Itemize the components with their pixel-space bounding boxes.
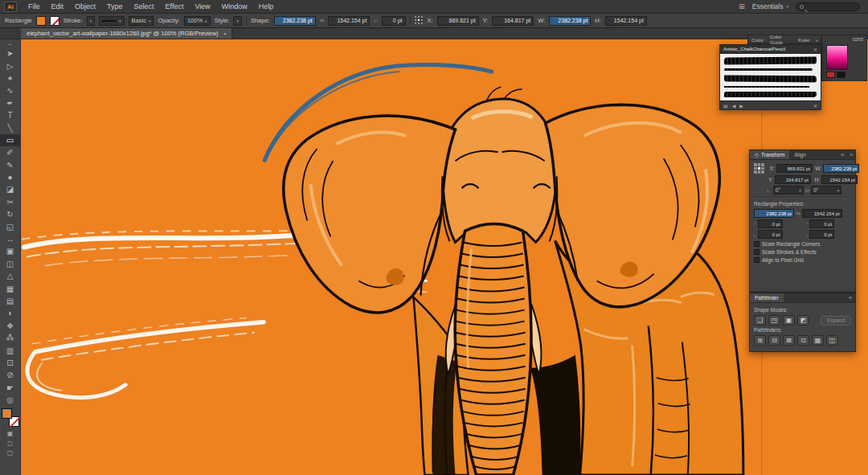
tab-pathfinder[interactable]: Pathfinder	[750, 293, 784, 302]
fill-stroke-widget[interactable]	[2, 408, 19, 427]
opacity-dropdown[interactable]: 100%▸	[184, 16, 211, 26]
shape-width-field[interactable]: 2382.238 pt	[274, 16, 316, 26]
transform-x-field[interactable]: 869.821 pt	[776, 164, 813, 173]
transform-h-field[interactable]: 1542.154 pt	[821, 175, 858, 184]
shape-builder-tool[interactable]: ◫	[0, 258, 21, 270]
menu-effect[interactable]: Effect	[160, 0, 190, 13]
transform-y-field[interactable]: 164.817 pt	[775, 175, 811, 184]
draw-mode-icon[interactable]: ◻	[7, 440, 13, 447]
shape-height-field[interactable]: 1542.154 pt	[328, 16, 370, 26]
exclude-icon[interactable]: ◩	[797, 315, 809, 326]
gradient-tool[interactable]: ▤	[0, 295, 21, 307]
magenta-gradient-swatch[interactable]	[826, 45, 848, 70]
panel-menu-icon[interactable]: ≡	[845, 295, 855, 301]
menu-type[interactable]: Type	[101, 0, 129, 13]
rect-width-field[interactable]: 2382.238 pt	[754, 209, 794, 218]
opacity-label[interactable]: Opacity:	[158, 17, 180, 24]
scale-tool[interactable]: ◱	[0, 220, 21, 232]
corner-radius-field[interactable]: 0 pt	[809, 219, 834, 228]
brush-preview[interactable]	[724, 86, 809, 88]
toolbar-grip[interactable]: ▪▪	[9, 42, 12, 47]
reference-point-locator[interactable]	[754, 163, 764, 174]
collapse-icon[interactable]: »	[847, 152, 855, 158]
minus-front-icon[interactable]: ◳	[768, 315, 780, 326]
menu-view[interactable]: View	[189, 0, 215, 13]
tab-transform[interactable]: ◇ Transform	[750, 150, 789, 159]
collapse-panels-icon[interactable]: »	[813, 37, 821, 43]
brush-preview[interactable]	[724, 92, 817, 97]
eyedropper-tool[interactable]: ◗	[0, 307, 21, 319]
width-tool[interactable]: ↔	[0, 233, 21, 245]
workspace-switcher[interactable]: Essentials ▾	[752, 2, 788, 10]
checkbox[interactable]	[754, 257, 760, 263]
blob-brush-tool[interactable]: ●	[0, 171, 21, 183]
tab-align[interactable]: Align	[789, 150, 810, 159]
paintbrush-tool[interactable]: ✐	[0, 146, 21, 158]
brush-preview[interactable]	[724, 68, 813, 71]
prev-brush-icon[interactable]: ◀	[732, 103, 736, 109]
color-mode-icon[interactable]: ▣	[7, 430, 14, 437]
merge-icon[interactable]: ⊠	[783, 335, 795, 346]
next-brush-icon[interactable]: ▶	[739, 103, 743, 109]
red-swatch[interactable]	[826, 72, 835, 78]
search-input[interactable]	[796, 2, 860, 11]
eraser-tool[interactable]: ◪	[0, 183, 21, 195]
trim-icon[interactable]: ⊟	[768, 335, 780, 346]
menu-edit[interactable]: Edit	[46, 0, 70, 13]
pen-tool[interactable]: ✒	[0, 97, 21, 109]
panel-menu-icon[interactable]: ≡	[838, 152, 848, 158]
crop-icon[interactable]: ⊡	[797, 335, 809, 346]
tab-menu-icon[interactable]: ▾	[224, 31, 227, 36]
menu-window[interactable]: Window	[216, 0, 253, 13]
document-tab[interactable]: elephant_vector_art-wallpaper-1680x1260.…	[21, 28, 232, 39]
tab-kuler[interactable]: Kuler	[795, 35, 813, 43]
scissors-tool[interactable]: ✂	[0, 196, 21, 208]
selection-tool[interactable]: ➤	[0, 47, 21, 59]
brush-preview[interactable]	[724, 56, 817, 64]
column-graph-tool[interactable]: ▥	[0, 344, 21, 356]
tab-color-guide[interactable]: Color Guide	[767, 35, 795, 43]
checkbox[interactable]	[754, 249, 760, 255]
app-logo-icon[interactable]: Ai	[4, 2, 17, 12]
reference-point-icon[interactable]	[415, 16, 424, 25]
transform-w-field[interactable]: 2382.238 pt	[823, 164, 859, 173]
rect-height-field[interactable]: 1542.154 pt	[802, 209, 842, 218]
width-profile-dropdown[interactable]: ▾	[99, 16, 125, 26]
intersect-icon[interactable]: ▣	[783, 315, 795, 326]
magic-wand-tool[interactable]: ✶	[0, 72, 21, 84]
lasso-tool[interactable]: ∿	[0, 84, 21, 96]
tab-color[interactable]: Color	[748, 35, 767, 43]
black-swatch[interactable]	[837, 72, 845, 78]
slice-tool[interactable]: ⊘	[0, 369, 21, 381]
stroke-label[interactable]: Stroke:	[63, 17, 83, 24]
style-dropdown[interactable]: ▾	[233, 16, 242, 26]
expand-button[interactable]: Expand	[821, 316, 851, 326]
pencil-tool[interactable]: ✎	[0, 159, 21, 171]
corner-radius-field[interactable]: 0 pt	[758, 230, 783, 239]
brushes-panel-titlebar[interactable]: Artistic_ChalkCharcoalPencil ✕	[720, 45, 821, 54]
style-label[interactable]: Style:	[215, 17, 230, 24]
stroke-color-swatch[interactable]	[50, 16, 59, 26]
fill-color-swatch[interactable]	[36, 16, 46, 26]
minus-back-icon[interactable]: ◫	[826, 335, 838, 346]
rotate-tool[interactable]: ↻	[0, 208, 21, 220]
outline-icon[interactable]: ▦	[812, 335, 824, 346]
fill-proxy-swatch[interactable]	[2, 408, 12, 419]
hand-tool[interactable]: ☛	[0, 382, 21, 394]
perspective-grid-tool[interactable]: △	[0, 270, 21, 282]
close-icon[interactable]: ✕	[813, 47, 817, 52]
shear-dropdown[interactable]: 0°▾	[811, 186, 841, 195]
link-dimensions-icon[interactable]: ∞	[796, 210, 800, 217]
arrange-documents-icon[interactable]: ⊞	[739, 2, 745, 10]
direct-selection-tool[interactable]: ▷	[0, 59, 21, 72]
menu-select[interactable]: Select	[129, 0, 160, 13]
unite-icon[interactable]: ❏	[754, 315, 766, 326]
screen-mode-icon[interactable]: ▢	[7, 449, 14, 457]
h-field[interactable]: 1542.154 pt	[605, 16, 647, 26]
y-field[interactable]: 164.817 pt	[492, 16, 534, 26]
stroke-weight-dropdown[interactable]: ▾	[87, 16, 96, 26]
brush-definition-dropdown[interactable]: Basic▾	[129, 16, 154, 26]
brush-preview[interactable]	[724, 75, 817, 82]
rotate-dropdown[interactable]: 0°▾	[773, 186, 804, 195]
line-segment-tool[interactable]: ╲	[0, 121, 21, 133]
